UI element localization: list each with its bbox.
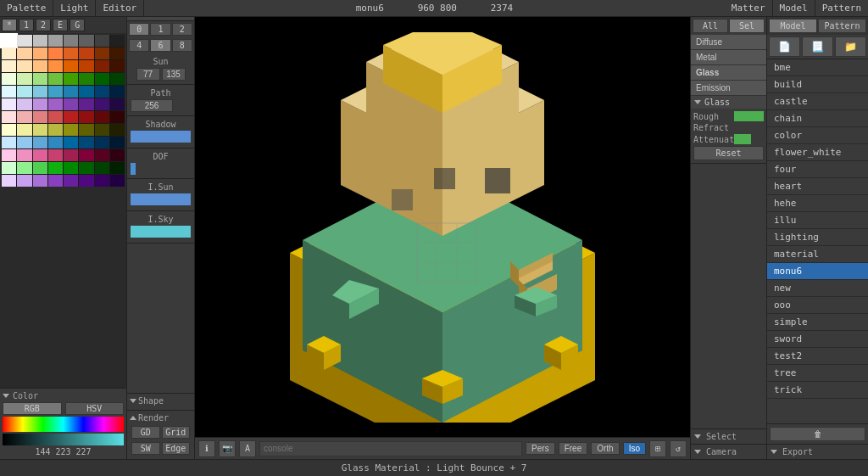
palette-cell-89[interactable]: [17, 175, 31, 187]
palette-cell-22[interactable]: [95, 60, 109, 72]
iso-btn[interactable]: Iso: [623, 442, 646, 455]
all-tab[interactable]: All: [693, 19, 728, 33]
palette-cell-27[interactable]: [48, 73, 63, 85]
palette-cell-45[interactable]: [79, 98, 93, 110]
palette-cell-66[interactable]: [33, 137, 47, 148]
palette-cell-87[interactable]: [110, 162, 125, 174]
palette-cell-14[interactable]: [95, 48, 109, 59]
palette-cell-35[interactable]: [48, 86, 63, 98]
palette-tab-2[interactable]: 2: [36, 19, 51, 31]
model-item-simple[interactable]: simple: [767, 314, 868, 331]
palette-cell-69[interactable]: [79, 137, 93, 148]
folder-icon-btn[interactable]: 📁: [835, 36, 866, 57]
palette-cell-83[interactable]: [48, 162, 63, 174]
free-btn[interactable]: Free: [559, 442, 588, 455]
palette-cell-37[interactable]: [79, 86, 93, 98]
model-item-tree[interactable]: tree: [767, 365, 868, 382]
palette-cell-46[interactable]: [95, 98, 109, 110]
reset-btn[interactable]: Reset: [693, 146, 764, 160]
palette-cell-79[interactable]: [110, 149, 125, 161]
palette-cell-82[interactable]: [33, 162, 47, 174]
palette-cell-68[interactable]: [64, 137, 78, 148]
palette-cell-18[interactable]: [33, 60, 47, 72]
reset-view-btn[interactable]: ↺: [670, 440, 687, 457]
palette-cell-32[interactable]: [2, 86, 16, 98]
sel-tab[interactable]: Sel: [729, 19, 765, 33]
light-num-8[interactable]: 8: [172, 39, 192, 52]
palette-cell-42[interactable]: [33, 98, 47, 110]
palette-cell-11[interactable]: [48, 48, 63, 59]
palette-cell-29[interactable]: [79, 73, 93, 85]
grid-btn[interactable]: Grid: [162, 426, 191, 439]
palette-cell-88[interactable]: [2, 175, 16, 187]
palette-cell-44[interactable]: [64, 98, 78, 110]
palette-cell-93[interactable]: [79, 175, 93, 187]
light-num-4[interactable]: 4: [129, 39, 149, 52]
sun-input-1[interactable]: [136, 68, 160, 81]
palette-cell-78[interactable]: [95, 149, 109, 161]
palette-cell-12[interactable]: [64, 48, 78, 59]
palette-cell-70[interactable]: [95, 137, 109, 148]
color-gradient2[interactable]: [3, 434, 124, 445]
rgb-tab[interactable]: RGB: [3, 402, 62, 415]
palette-cell-16[interactable]: [2, 60, 16, 72]
path-input[interactable]: [131, 99, 173, 112]
palette-cell-2[interactable]: [33, 35, 47, 47]
model-item-heart[interactable]: heart: [767, 178, 868, 195]
palette-cell-38[interactable]: [95, 86, 109, 98]
palette-cell-9[interactable]: [17, 48, 31, 59]
palette-cell-84[interactable]: [64, 162, 78, 174]
palette-cell-1[interactable]: [17, 35, 31, 47]
palette-cell-95[interactable]: [110, 175, 125, 187]
palette-cell-74[interactable]: [33, 149, 47, 161]
palette-cell-73[interactable]: [17, 149, 31, 161]
palette-cell-15[interactable]: [110, 48, 125, 59]
palette-cell-61[interactable]: [79, 124, 93, 136]
info-icon-btn[interactable]: ℹ: [198, 440, 215, 457]
sw-btn[interactable]: SW: [131, 442, 160, 455]
palette-cell-10[interactable]: [33, 48, 47, 59]
light-tab-1[interactable]: 1: [150, 23, 170, 36]
model-item-chain[interactable]: chain: [767, 110, 868, 127]
palette-tab-1[interactable]: 1: [19, 19, 34, 31]
palette-cell-25[interactable]: [17, 73, 31, 85]
hsv-tab[interactable]: HSV: [65, 402, 125, 415]
grid-toggle-btn[interactable]: ⊞: [649, 440, 666, 457]
palette-cell-63[interactable]: [110, 124, 125, 136]
model-item-material[interactable]: material: [767, 246, 868, 263]
model-item-lighting[interactable]: lighting: [767, 229, 868, 246]
palette-cell-4[interactable]: [64, 35, 78, 47]
palette-cell-75[interactable]: [48, 149, 63, 161]
palette-cell-47[interactable]: [110, 98, 125, 110]
isky-color-bar[interactable]: [131, 226, 191, 238]
edge-btn[interactable]: Edge: [162, 442, 191, 455]
model-item-color[interactable]: color: [767, 127, 868, 144]
palette-cell-94[interactable]: [95, 175, 109, 187]
palette-cell-90[interactable]: [33, 175, 47, 187]
palette-cell-0[interactable]: [2, 35, 16, 47]
shadow-color-bar[interactable]: [131, 131, 191, 143]
palette-cell-43[interactable]: [48, 98, 63, 110]
color-gradient[interactable]: [3, 417, 124, 432]
new-doc-icon-btn[interactable]: 📄: [769, 36, 800, 57]
palette-cell-86[interactable]: [95, 162, 109, 174]
palette-cell-13[interactable]: [79, 48, 93, 59]
gd-btn[interactable]: GD: [131, 426, 160, 439]
model-item-four[interactable]: four: [767, 161, 868, 178]
model-item-illu[interactable]: illu: [767, 212, 868, 229]
model-item-build[interactable]: build: [767, 76, 868, 93]
palette-cell-5[interactable]: [79, 35, 93, 47]
palette-cell-65[interactable]: [17, 137, 31, 148]
palette-cell-80[interactable]: [2, 162, 16, 174]
palette-cell-55[interactable]: [110, 111, 125, 123]
sun-input-2[interactable]: [162, 68, 186, 81]
emission-btn[interactable]: Emission: [691, 81, 766, 96]
palette-cell-30[interactable]: [95, 73, 109, 85]
model-item-monu6[interactable]: monu6: [767, 263, 868, 280]
delete-btn[interactable]: 🗑: [770, 427, 865, 441]
palette-tab-g[interactable]: G: [70, 19, 85, 31]
palette-cell-64[interactable]: [2, 137, 16, 148]
orth-btn[interactable]: Orth: [591, 442, 619, 455]
palette-cell-50[interactable]: [33, 111, 47, 123]
palette-cell-39[interactable]: [110, 86, 125, 98]
